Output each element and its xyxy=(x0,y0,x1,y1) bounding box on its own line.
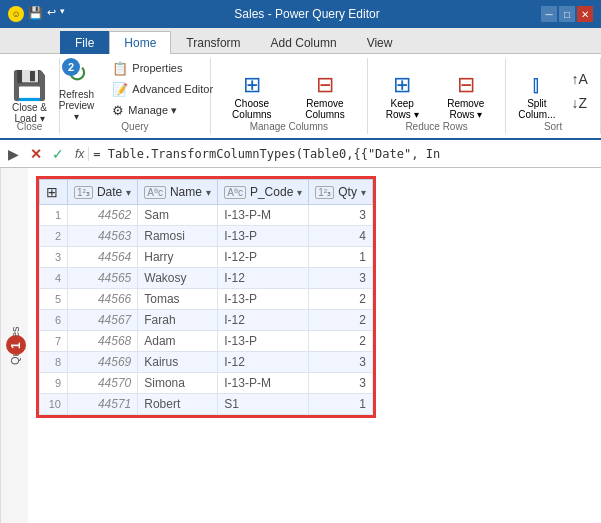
table-header-row: ⊞ 1²₃ Date ▾ Aᴮc Name xyxy=(40,180,373,205)
table-row: 8 44569 Kairus I-12 3 xyxy=(40,352,373,373)
quick-access-dropdown[interactable]: ▾ xyxy=(60,6,65,22)
quick-access-save[interactable]: 💾 xyxy=(28,6,43,22)
main-area: Queries 1 ⊞ 1²₃ Date ▾ xyxy=(0,168,601,523)
close-load-button[interactable]: 💾 Close &Load ▾ xyxy=(5,64,54,128)
name-col-label: Name xyxy=(170,185,202,199)
name-cell: Kairus xyxy=(138,352,218,373)
pcode-cell: I-13-P-M xyxy=(218,373,309,394)
split-column-label: Split Colum... xyxy=(518,98,555,120)
name-cell: Harry xyxy=(138,247,218,268)
name-dropdown-icon[interactable]: ▾ xyxy=(206,187,211,198)
table-row: 3 44564 Harry I-12-P 1 xyxy=(40,247,373,268)
tab-home[interactable]: Home xyxy=(109,31,171,54)
col-header-date: 1²₃ Date ▾ xyxy=(68,180,138,205)
pcode-cell: I-12 xyxy=(218,310,309,331)
advanced-editor-button[interactable]: 📝 Advanced Editor xyxy=(105,79,220,99)
sort-desc-button[interactable]: ↓Z xyxy=(565,93,595,113)
ribbon: 💾 Close &Load ▾ Close ↻ RefreshPreview ▾… xyxy=(0,54,601,140)
sort-asc-button[interactable]: ↑A xyxy=(565,69,595,89)
name-cell: Farah xyxy=(138,310,218,331)
pcode-cell: I-12 xyxy=(218,352,309,373)
advanced-editor-icon: 📝 xyxy=(112,82,128,97)
name-cell: Simona xyxy=(138,373,218,394)
remove-rows-button[interactable]: ⊟ Remove Rows ▾ xyxy=(433,64,500,128)
name-cell: Ramosi xyxy=(138,226,218,247)
date-dropdown-icon[interactable]: ▾ xyxy=(126,187,131,198)
split-column-button[interactable]: ⫿ Split Colum... xyxy=(511,64,562,128)
row-num-cell: 9 xyxy=(40,373,68,394)
col-header-qty: 1²₃ Qty ▾ xyxy=(309,180,373,205)
data-table: ⊞ 1²₃ Date ▾ Aᴮc Name xyxy=(39,179,373,415)
col-header-pcode: Aᴮc P_Code ▾ xyxy=(218,180,309,205)
table-icon[interactable]: ⊞ xyxy=(46,184,58,200)
name-cell: Robert xyxy=(138,394,218,415)
formula-cancel-icon[interactable]: ✕ xyxy=(27,146,45,162)
formula-fx-label: fx xyxy=(71,147,89,161)
query-group-label: Query xyxy=(60,121,210,132)
formula-expand-icon[interactable]: ▶ xyxy=(4,146,23,162)
tab-view[interactable]: View xyxy=(352,31,408,54)
manage-button[interactable]: ⚙ Manage ▾ xyxy=(105,100,220,120)
minimize-button[interactable]: ─ xyxy=(541,6,557,22)
formula-input[interactable] xyxy=(93,147,597,161)
row-num-cell: 6 xyxy=(40,310,68,331)
date-cell: 44562 xyxy=(68,205,138,226)
query-group: ↻ RefreshPreview ▾ 📋 Properties 📝 Advanc… xyxy=(60,58,211,134)
close-button[interactable]: ✕ xyxy=(577,6,593,22)
name-cell: Tomas xyxy=(138,289,218,310)
name-cell: Wakosy xyxy=(138,268,218,289)
tab-file[interactable]: File xyxy=(60,31,109,54)
qty-cell: 3 xyxy=(309,268,373,289)
tab-transform[interactable]: Transform xyxy=(171,31,255,54)
remove-columns-button[interactable]: ⊟ Remove Columns xyxy=(289,64,361,128)
choose-columns-button[interactable]: ⊞ Choose Columns xyxy=(217,64,287,128)
title-bar: ☺ 💾 ↩ ▾ Sales - Power Query Editor ─ □ ✕ xyxy=(0,0,601,28)
pcode-dropdown-icon[interactable]: ▾ xyxy=(297,187,302,198)
manage-icon: ⚙ xyxy=(112,103,124,118)
close-load-icon: 💾 xyxy=(12,69,47,102)
sort-group-label: Sort xyxy=(506,121,600,132)
qty-cell: 4 xyxy=(309,226,373,247)
manage-label: Manage ▾ xyxy=(128,104,177,117)
table-row: 2 44563 Ramosi I-13-P 4 xyxy=(40,226,373,247)
table-row: 5 44566 Tomas I-13-P 2 xyxy=(40,289,373,310)
remove-columns-icon: ⊟ xyxy=(316,72,334,98)
row-num-cell: 10 xyxy=(40,394,68,415)
window-controls: ─ □ ✕ xyxy=(541,6,593,22)
row-num-cell: 1 xyxy=(40,205,68,226)
table-row: 10 44571 Robert S1 1 xyxy=(40,394,373,415)
refresh-label: RefreshPreview ▾ xyxy=(59,89,95,122)
qty-cell: 2 xyxy=(309,289,373,310)
pcode-cell: I-13-P xyxy=(218,289,309,310)
table-row: 4 44565 Wakosy I-12 3 xyxy=(40,268,373,289)
pcode-cell: I-13-P xyxy=(218,331,309,352)
queries-panel[interactable]: Queries 1 xyxy=(0,168,28,523)
sort-group: ⫿ Split Colum... ↑A ↓Z Sort xyxy=(506,58,601,134)
pcode-cell: S1 xyxy=(218,394,309,415)
col-header-name: Aᴮc Name ▾ xyxy=(138,180,218,205)
tab-add-column[interactable]: Add Column xyxy=(256,31,352,54)
quick-access-undo[interactable]: ↩ xyxy=(47,6,56,22)
restore-button[interactable]: □ xyxy=(559,6,575,22)
pcode-type-icon: Aᴮc xyxy=(224,186,246,199)
qty-cell: 3 xyxy=(309,205,373,226)
qty-cell: 2 xyxy=(309,310,373,331)
date-cell: 44564 xyxy=(68,247,138,268)
row-num-cell: 3 xyxy=(40,247,68,268)
row-num-cell: 7 xyxy=(40,331,68,352)
date-type-icon: 1²₃ xyxy=(74,186,93,199)
qty-dropdown-icon[interactable]: ▾ xyxy=(361,187,366,198)
keep-rows-button[interactable]: ⊞ Keep Rows ▾ xyxy=(374,64,431,128)
row-num-cell: 4 xyxy=(40,268,68,289)
remove-rows-icon: ⊟ xyxy=(457,72,475,98)
remove-columns-label: Remove Columns xyxy=(296,98,354,120)
properties-button[interactable]: 📋 Properties xyxy=(105,58,220,78)
table-body: 1 44562 Sam I-13-P-M 3 2 44563 Ramosi I-… xyxy=(40,205,373,415)
table-row: 1 44562 Sam I-13-P-M 3 xyxy=(40,205,373,226)
qty-type-icon: 1²₃ xyxy=(315,186,334,199)
date-cell: 44570 xyxy=(68,373,138,394)
manage-columns-group: ⊞ Choose Columns ⊟ Remove Columns Manage… xyxy=(211,58,368,134)
table-row: 6 44567 Farah I-12 2 xyxy=(40,310,373,331)
date-col-label: Date xyxy=(97,185,122,199)
pcode-col-label: P_Code xyxy=(250,185,293,199)
